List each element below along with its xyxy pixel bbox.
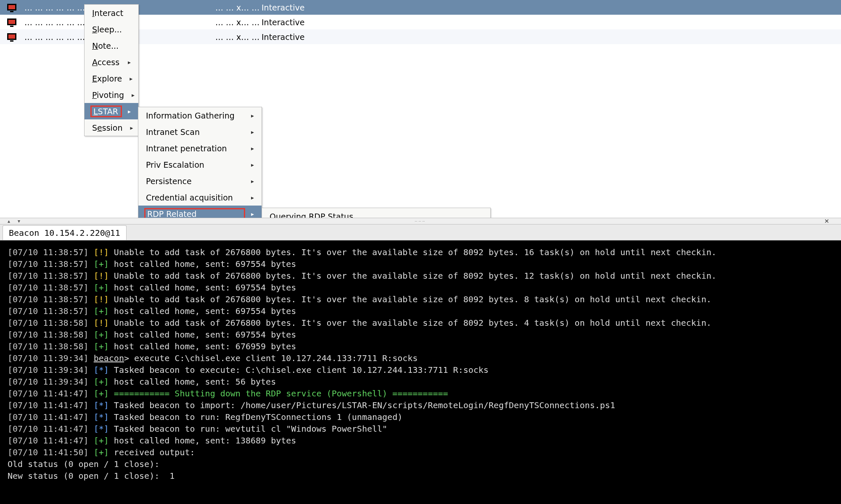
svg-rect-4 [8,20,15,24]
menu-item-intranet-scan[interactable]: Intranet Scan▸ [138,124,262,140]
beacon-cell: … … x… … [215,3,262,12]
svg-rect-5 [10,26,13,27]
menu-item-persistence[interactable]: Persistence▸ [138,173,262,189]
svg-rect-7 [8,34,15,39]
chevron-right-icon: ▸ [128,108,131,115]
beacon-icon [6,31,18,43]
beacon-icon [6,2,18,13]
collapse-up-icon[interactable]: ▴ [8,218,10,224]
menu-item-access[interactable]: Access▸ [85,54,138,70]
chevron-right-icon: ▸ [130,124,133,131]
pane-splitter[interactable]: ▴ ▾ ┈┈┈ ✕ [0,218,841,224]
grip-icon: ┈┈┈ [415,219,426,224]
menu-item-explore[interactable]: Explore▸ [85,70,138,87]
beacon-console[interactable]: [07/10 11:38:57] [!] Unable to add task … [0,240,841,504]
menu-item-note[interactable]: Note... [85,37,138,54]
menu-item-credential-acquisition[interactable]: Credential acquisition▸ [138,189,262,206]
chevron-right-icon: ▸ [132,92,135,98]
svg-rect-2 [10,11,13,12]
beacon-cell: Interactive [262,3,841,12]
menu-item-pivoting[interactable]: Pivoting▸ [85,87,138,103]
tab-bar: Beacon 10.154.2.220@11 [0,224,841,240]
chevron-right-icon: ▸ [251,161,254,168]
beacon-cell: … … x… … [215,32,262,42]
chevron-right-icon: ▸ [251,145,254,152]
beacon-icon [6,16,18,28]
menu-item-interact[interactable]: Interact [85,5,138,21]
close-icon[interactable]: ✕ [824,218,829,224]
svg-rect-1 [8,5,15,9]
svg-rect-8 [10,40,13,42]
menu-item-sleep[interactable]: Sleep... [85,21,138,37]
menu-item-session[interactable]: Session▸ [85,119,138,136]
beacon-cell: Interactive [262,32,841,42]
chevron-right-icon: ▸ [251,178,254,185]
chevron-right-icon: ▸ [251,129,254,135]
chevron-right-icon: ▸ [251,211,254,217]
menu-item-info-gathering[interactable]: Information Gathering▸ [138,107,262,124]
chevron-right-icon: ▸ [130,75,132,82]
chevron-right-icon: ▸ [251,112,254,119]
menu-item-lstar[interactable]: LSTAR▸ [85,103,138,119]
tab-beacon[interactable]: Beacon 10.154.2.220@11 [3,225,127,240]
chevron-right-icon: ▸ [251,194,254,201]
menu-item-priv-escalation[interactable]: Priv Escalation▸ [138,156,262,173]
tab-label: Beacon 10.154.2.220@11 [9,228,120,238]
beacon-cell: … … x… … [215,18,262,27]
context-menu-root: Interact Sleep... Note... Access▸ Explor… [84,4,139,136]
menu-item-intranet-penetration[interactable]: Intranet penetration▸ [138,140,262,156]
beacon-cell: Interactive [262,18,841,27]
chevron-right-icon: ▸ [128,59,131,66]
collapse-down-icon[interactable]: ▾ [18,218,20,224]
